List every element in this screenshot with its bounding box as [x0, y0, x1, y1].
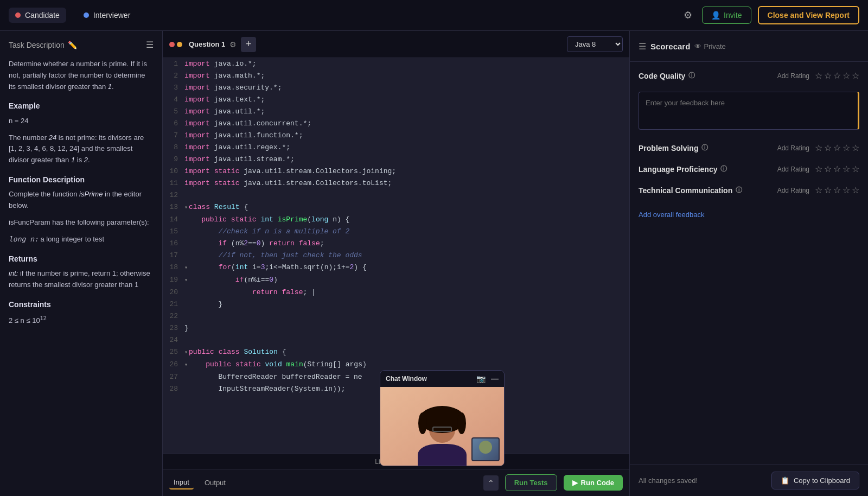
code-line: 13▾class Result { — [163, 201, 629, 214]
right-panel-menu-icon[interactable]: ☰ — [639, 41, 646, 52]
run-code-label: Run Code — [581, 479, 614, 487]
topbar-left: Candidate Interviewer — [9, 8, 137, 23]
ps-star-2[interactable]: ☆ — [824, 143, 832, 153]
invite-button[interactable]: 👤 Invite — [702, 7, 751, 24]
bottom-toolbar: Input Output ⌃ Run Tests ▶ Run Code — [163, 469, 629, 496]
technical-communication-section: Technical Communication ⓘ Add Rating ☆ ☆… — [639, 185, 859, 195]
code-line: 21 } — [163, 298, 629, 310]
person-body — [418, 444, 467, 466]
ps-star-1[interactable]: ☆ — [815, 143, 822, 153]
ps-star-3[interactable]: ☆ — [833, 143, 841, 153]
add-tab-button[interactable]: + — [241, 37, 256, 52]
language-proficiency-row: Language Proficiency ⓘ Add Rating ☆ ☆ ☆ … — [639, 164, 859, 174]
input-tab[interactable]: Input — [169, 476, 194, 489]
question-settings-icon[interactable]: ⚙ — [229, 40, 237, 49]
code-line: 19▾ if(n%i==0) — [163, 274, 629, 287]
close-report-button[interactable]: Close and View Report — [758, 6, 859, 24]
eye-icon: 👁 — [694, 42, 701, 50]
language-proficiency-stars: ☆ ☆ ☆ ☆ ☆ — [815, 164, 859, 174]
copy-label: Copy to Clipboard — [794, 476, 850, 485]
language-proficiency-label: Language Proficiency ⓘ — [639, 164, 727, 174]
minimize-icon[interactable]: — — [491, 374, 499, 383]
problem-solving-info-icon[interactable]: ⓘ — [701, 143, 708, 152]
language-select[interactable]: Java 8 JavaScript Python 3 C++ — [567, 36, 623, 52]
code-line: 1import java.io.*; — [163, 58, 629, 70]
tc-star-4[interactable]: ☆ — [843, 185, 850, 195]
problem-solving-stars: ☆ ☆ ☆ ☆ ☆ — [815, 143, 859, 153]
code-line: 12 — [163, 189, 629, 201]
run-code-button[interactable]: ▶ Run Code — [564, 475, 623, 491]
invite-label: Invite — [724, 11, 742, 20]
tc-star-1[interactable]: ☆ — [815, 185, 822, 195]
tc-star-5[interactable]: ☆ — [852, 185, 859, 195]
star-2[interactable]: ☆ — [824, 71, 832, 81]
lp-star-5[interactable]: ☆ — [852, 164, 859, 174]
add-rating-lp: Add Rating — [777, 166, 809, 173]
add-rating-text: Add Rating — [777, 72, 809, 80]
settings-button[interactable]: ⚙ — [680, 6, 695, 24]
lp-star-4[interactable]: ☆ — [843, 164, 850, 174]
add-overall-feedback-link[interactable]: Add overall feedback — [639, 211, 704, 219]
technical-communication-info-icon[interactable]: ⓘ — [736, 186, 742, 195]
right-panel: ☰ Scorecard 👁 Private Code Quality ⓘ Add… — [629, 31, 868, 496]
face — [429, 417, 455, 443]
code-line: 23} — [163, 322, 629, 334]
lp-star-3[interactable]: ☆ — [833, 164, 841, 174]
mini-camera — [471, 437, 500, 461]
person-icon: 👤 — [711, 11, 720, 20]
star-4[interactable]: ☆ — [843, 71, 850, 81]
center-panel: Question 1 ⚙ + Java 8 JavaScript Python … — [163, 31, 629, 496]
star-5[interactable]: ☆ — [852, 71, 859, 81]
camera-icon[interactable]: 📷 — [476, 374, 486, 383]
hamburger-icon[interactable]: ☰ — [146, 40, 154, 50]
constraints-detail: 2 ≤ n ≤ 1012 — [9, 314, 154, 327]
interviewer-dot — [84, 12, 89, 18]
code-line: 16 if (n%2==0) return false; — [163, 238, 629, 250]
technical-communication-stars: ☆ ☆ ☆ ☆ ☆ — [815, 185, 859, 195]
technical-communication-text: Technical Communication — [639, 186, 732, 195]
code-line: 15 //check if n is a multiple of 2 — [163, 226, 629, 238]
code-lines: 1import java.io.*; 2import java.math.*; … — [163, 58, 629, 395]
example-title: Example — [9, 100, 154, 112]
ps-star-5[interactable]: ☆ — [852, 143, 859, 153]
code-quality-info-icon[interactable]: ⓘ — [688, 71, 695, 80]
code-line: 14 public static int isPrime(long n) { — [163, 214, 629, 226]
task-body-2: The number 24 is not prime: its divisors… — [9, 132, 154, 166]
code-quality-text: Code Quality — [639, 72, 685, 80]
tc-star-2[interactable]: ☆ — [824, 185, 832, 195]
language-proficiency-info-icon[interactable]: ⓘ — [720, 164, 727, 174]
edit-icon[interactable]: ✏️ — [68, 41, 77, 49]
expand-button[interactable]: ⌃ — [483, 475, 499, 491]
star-3[interactable]: ☆ — [833, 71, 841, 81]
clipboard-icon: 📋 — [781, 476, 789, 485]
add-rating-ps: Add Rating — [777, 144, 809, 152]
language-proficiency-section: Language Proficiency ⓘ Add Rating ☆ ☆ ☆ … — [639, 164, 859, 174]
code-line: 24 — [163, 334, 629, 346]
returns-detail: int: if the number is prime, return 1; o… — [9, 268, 154, 291]
star-1[interactable]: ☆ — [815, 71, 822, 81]
function-description-body: Complete the function isPrime in the edi… — [9, 189, 154, 212]
function-description-title: Function Description — [9, 174, 154, 186]
feedback-textarea[interactable] — [639, 92, 859, 130]
traffic-lights — [169, 42, 182, 47]
code-line: 2import java.math.*; — [163, 70, 629, 82]
lp-star-1[interactable]: ☆ — [815, 164, 822, 174]
problem-solving-section: Problem Solving ⓘ Add Rating ☆ ☆ ☆ ☆ ☆ — [639, 143, 859, 153]
add-rating-tc: Add Rating — [777, 187, 809, 194]
interviewer-tab[interactable]: Interviewer — [77, 8, 137, 23]
right-panel-header: ☰ Scorecard 👁 Private — [630, 31, 868, 62]
param-long-n: long n: a long integer to test — [9, 234, 154, 245]
copy-to-clipboard-button[interactable]: 📋 Copy to Clipboard — [771, 472, 859, 489]
run-tests-button[interactable]: Run Tests — [505, 474, 557, 491]
chat-header-icons: 📷 — — [476, 374, 499, 383]
lp-star-2[interactable]: ☆ — [824, 164, 832, 174]
ps-star-4[interactable]: ☆ — [843, 143, 850, 153]
output-tab[interactable]: Output — [200, 476, 230, 489]
chat-window-header: Chat Window 📷 — — [380, 371, 504, 387]
main-layout: Task Description ✏️ ☰ Determine whether … — [0, 31, 868, 496]
private-label: 👁 Private — [694, 42, 725, 50]
candidate-tab[interactable]: Candidate — [9, 8, 66, 23]
is-prime-params: isFuncParam has the following parameter(… — [9, 217, 154, 228]
candidate-dot — [15, 12, 21, 18]
tc-star-3[interactable]: ☆ — [833, 185, 841, 195]
